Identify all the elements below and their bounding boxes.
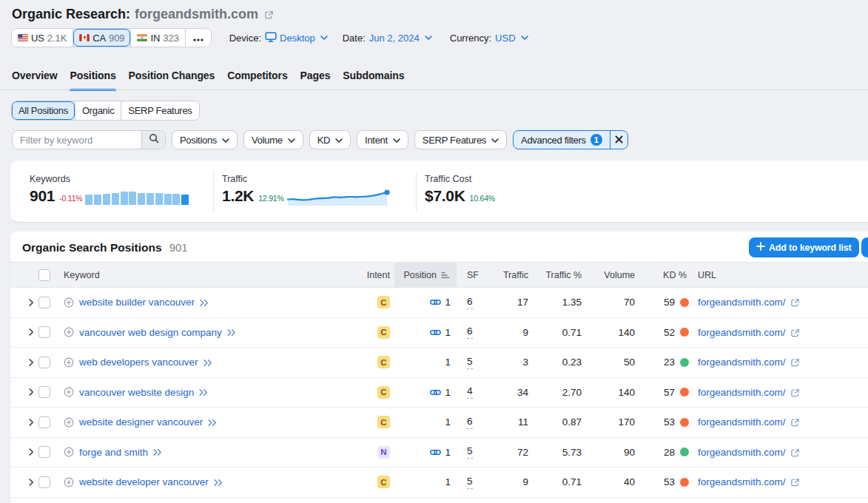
search-button[interactable]	[141, 131, 165, 149]
add-to-keyword-list-button[interactable]: Add to keyword list	[749, 237, 859, 257]
date-value[interactable]: Jun 2, 2024	[369, 33, 432, 44]
expand-row-button[interactable]	[25, 386, 37, 398]
filter-dropdown-intent[interactable]: Intent	[357, 130, 408, 149]
clear-advanced-filters-button[interactable]	[610, 131, 628, 149]
keyword-link[interactable]: website developer vancouver	[79, 476, 209, 487]
expand-row-button[interactable]	[25, 357, 37, 368]
col-kd[interactable]: KD %	[635, 263, 689, 288]
filter-dropdown-volume[interactable]: Volume	[243, 130, 303, 149]
url-link[interactable]: forgeandsmith.com/	[698, 357, 786, 368]
url-link[interactable]: forgeandsmith.com/	[698, 447, 786, 458]
keyword-filter-input[interactable]	[13, 131, 141, 149]
url-link[interactable]: forgeandsmith.com/	[698, 297, 786, 308]
segment-serp-features[interactable]: SERP Features	[121, 101, 198, 120]
double-chevron-icon[interactable]	[200, 300, 209, 306]
url-link[interactable]: forgeandsmith.com/	[698, 327, 786, 338]
double-chevron-icon[interactable]	[208, 419, 217, 426]
external-link-icon[interactable]	[790, 358, 800, 368]
tab-pages[interactable]: Pages	[300, 70, 331, 91]
add-keyword-icon[interactable]	[64, 357, 74, 368]
col-url[interactable]: URL	[689, 263, 868, 288]
expand-row-button[interactable]	[25, 297, 37, 308]
intent-badge[interactable]: C	[377, 416, 390, 428]
tab-subdomains[interactable]: Subdomains	[343, 70, 404, 91]
advanced-filters-button[interactable]: Advanced filters 1	[513, 130, 628, 149]
select-all-checkbox[interactable]	[38, 269, 50, 281]
double-chevron-icon[interactable]	[214, 479, 223, 486]
row-checkbox[interactable]	[38, 446, 50, 458]
external-link-icon[interactable]	[790, 478, 800, 487]
serp-features-count[interactable]: 5	[467, 476, 473, 489]
external-link-icon[interactable]	[790, 328, 800, 338]
add-keyword-icon[interactable]	[64, 297, 74, 308]
serp-features-count[interactable]: 6	[467, 296, 473, 309]
row-checkbox[interactable]	[38, 326, 50, 338]
row-checkbox[interactable]	[38, 416, 50, 428]
keyword-link[interactable]: website builder vancouver	[79, 297, 195, 308]
keyword-link[interactable]: vancouver web design company	[79, 327, 222, 338]
filter-dropdown-positions[interactable]: Positions	[172, 130, 238, 149]
intent-badge[interactable]: C	[377, 356, 390, 368]
expand-row-button[interactable]	[25, 446, 37, 458]
keyword-link[interactable]: forge and smith	[79, 447, 148, 458]
col-sf[interactable]: SF	[457, 263, 495, 288]
tab-position-changes[interactable]: Position Changes	[129, 70, 215, 91]
link-icon[interactable]	[430, 298, 441, 306]
serp-features-count[interactable]: 6	[467, 416, 473, 429]
serp-features-count[interactable]: 5	[467, 445, 473, 459]
external-link-icon[interactable]	[790, 418, 800, 428]
external-link-icon[interactable]	[790, 298, 800, 308]
row-checkbox[interactable]	[38, 357, 50, 368]
double-chevron-icon[interactable]	[199, 389, 208, 396]
col-position[interactable]: Position	[394, 263, 457, 288]
more-countries-button[interactable]	[186, 29, 211, 47]
intent-badge[interactable]: N	[377, 446, 390, 459]
tab-competitors[interactable]: Competitors	[227, 70, 287, 91]
serp-features-count[interactable]: 4	[467, 385, 473, 399]
country-tab-us[interactable]: US2.1K	[12, 29, 73, 47]
link-icon[interactable]	[430, 448, 441, 456]
keyword-link[interactable]: website designer vancouver	[79, 416, 203, 428]
url-link[interactable]: forgeandsmith.com/	[698, 416, 786, 428]
filter-dropdown-kd[interactable]: KD	[309, 130, 351, 149]
add-keyword-icon[interactable]	[64, 447, 74, 457]
double-chevron-icon[interactable]	[203, 359, 212, 366]
filter-dropdown-serp-features[interactable]: SERP Features	[414, 130, 507, 149]
expand-row-button[interactable]	[25, 416, 37, 428]
col-volume[interactable]: Volume	[582, 263, 635, 288]
external-link-icon[interactable]	[264, 10, 274, 20]
intent-badge[interactable]: C	[377, 296, 390, 308]
intent-badge[interactable]: C	[377, 326, 390, 339]
url-link[interactable]: forgeandsmith.com/	[698, 387, 786, 398]
add-keyword-icon[interactable]	[64, 327, 74, 337]
keyword-link[interactable]: vancouver website design	[79, 387, 194, 398]
intent-badge[interactable]: C	[377, 386, 390, 399]
serp-features-count[interactable]: 6	[467, 325, 473, 339]
url-link[interactable]: forgeandsmith.com/	[698, 476, 786, 487]
add-keyword-icon[interactable]	[64, 387, 74, 397]
external-link-icon[interactable]	[790, 388, 800, 398]
col-keyword[interactable]: Keyword	[58, 263, 377, 288]
serp-features-count[interactable]: 5	[467, 356, 473, 369]
link-icon[interactable]	[430, 388, 441, 396]
expand-row-button[interactable]	[25, 326, 37, 338]
col-intent[interactable]: Intent	[377, 263, 394, 288]
external-link-icon[interactable]	[790, 448, 800, 458]
double-chevron-icon[interactable]	[227, 329, 236, 336]
currency-value[interactable]: USD	[495, 33, 528, 44]
row-checkbox[interactable]	[38, 476, 50, 488]
segment-organic[interactable]: Organic	[75, 101, 121, 120]
device-value[interactable]: Desktop	[265, 32, 328, 44]
country-tab-in[interactable]: IN323	[131, 29, 185, 47]
expand-row-button[interactable]	[25, 476, 37, 488]
col-traffic[interactable]: Traffic	[495, 263, 528, 288]
add-keyword-icon[interactable]	[64, 477, 74, 487]
tab-overview[interactable]: Overview	[12, 70, 57, 91]
double-chevron-icon[interactable]	[153, 449, 162, 456]
add-keyword-icon[interactable]	[64, 417, 74, 428]
col-traffic-pct[interactable]: Traffic %	[528, 263, 582, 288]
segment-all-positions[interactable]: All Positions	[12, 101, 75, 120]
intent-badge[interactable]: C	[377, 476, 390, 488]
tab-positions[interactable]: Positions	[70, 70, 115, 91]
export-button[interactable]	[861, 237, 868, 257]
